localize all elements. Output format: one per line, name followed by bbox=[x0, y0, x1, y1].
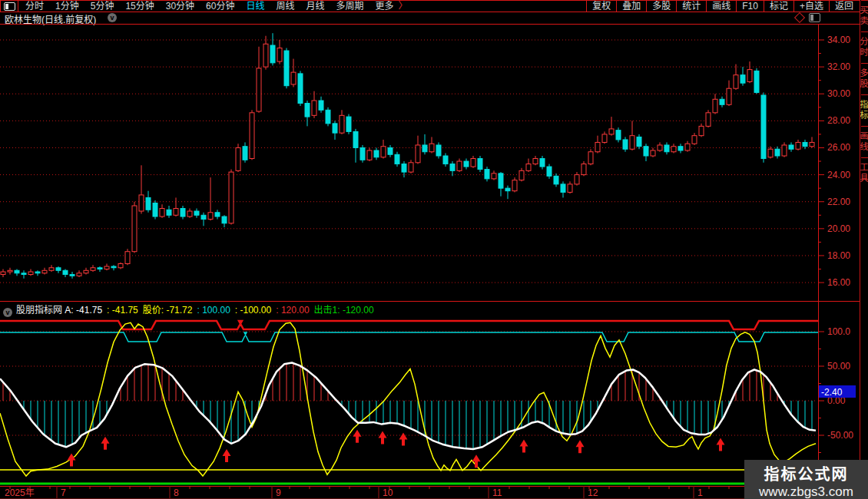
month-label[interactable]: 9 bbox=[276, 487, 281, 498]
indicator-readout: 股价: -71.72 bbox=[143, 305, 193, 316]
period-更多[interactable]: 更多 bbox=[376, 2, 394, 12]
month-label[interactable]: 8 bbox=[174, 487, 179, 498]
toolbar-button-+自选[interactable]: +自选 bbox=[793, 1, 829, 12]
sidebar-tab-多股[interactable]: 多股 bbox=[861, 63, 868, 94]
toolbar-button-多股[interactable]: 多股 bbox=[646, 1, 676, 12]
year-label[interactable]: 2025年 bbox=[5, 487, 35, 498]
indicator-readout: : 120.00 bbox=[276, 305, 309, 316]
indicator-header: v股朋指标网 A: -41.75: -41.75股价: -71.72: 100.… bbox=[0, 302, 814, 316]
period-60分钟[interactable]: 60分钟 bbox=[206, 2, 234, 12]
period-多周期[interactable]: 多周期 bbox=[336, 2, 364, 12]
buy-signal-arrow bbox=[101, 437, 110, 450]
buy-signal-arrow bbox=[223, 449, 231, 462]
buy-signal-arrow bbox=[717, 438, 725, 451]
price-label: 16.00 bbox=[827, 277, 850, 288]
indicator-axis-label: -50.00 bbox=[827, 430, 853, 441]
title-dropdown-icon[interactable]: v bbox=[108, 13, 117, 22]
pane-separator bbox=[0, 301, 860, 302]
price-label: 24.00 bbox=[827, 170, 850, 180]
toolbar-button-叠加[interactable]: 叠加 bbox=[616, 1, 646, 12]
toolbar-buttons: 复权叠加多股统计画线F10标记+自选返回 bbox=[586, 1, 859, 12]
period-menu: 分时1分钟5分钟15分钟30分钟60分钟日线周线月线多周期更多〉 bbox=[18, 2, 408, 12]
period-15分钟[interactable]: 15分钟 bbox=[125, 2, 154, 12]
period-月线[interactable]: 月线 bbox=[306, 2, 325, 12]
indicator-name: 股朋指标网 bbox=[16, 305, 62, 316]
window-layout-icon[interactable] bbox=[1, 1, 18, 12]
period-周线[interactable]: 周线 bbox=[276, 2, 294, 12]
indicator-readout: : -41.75 bbox=[107, 305, 138, 316]
period-日线[interactable]: 日线 bbox=[246, 2, 264, 12]
more-arrow-icon[interactable]: 〉 bbox=[399, 2, 408, 12]
period-5分钟[interactable]: 5分钟 bbox=[91, 2, 114, 12]
indicator-readout: 出击1: -120.00 bbox=[314, 305, 374, 316]
price-label: 18.00 bbox=[827, 250, 850, 261]
indicator-axis-label: 100.0 bbox=[827, 326, 850, 337]
sidebar-tab-工具[interactable]: 工具 bbox=[861, 157, 868, 189]
indicator-axis-label: 50.00 bbox=[827, 361, 850, 372]
sidebar-tab-画线[interactable]: 画线 bbox=[861, 126, 868, 157]
indicator-readout: : -100.00 bbox=[235, 305, 271, 316]
period-30分钟[interactable]: 30分钟 bbox=[166, 2, 194, 12]
diamond-icon[interactable] bbox=[794, 12, 805, 23]
indicator-readout: A: -41.75 bbox=[65, 305, 102, 316]
period-1分钟[interactable]: 1分钟 bbox=[55, 2, 79, 12]
sidebar-tab-分时[interactable]: 分时 bbox=[861, 31, 868, 63]
month-label[interactable]: 11 bbox=[492, 487, 502, 498]
buy-signal-arrow bbox=[379, 431, 387, 444]
month-label[interactable]: 1 bbox=[697, 487, 703, 498]
price-label: 26.00 bbox=[827, 142, 850, 153]
watermark: 指标公式网 www.zbgs3.com bbox=[744, 460, 868, 499]
toolbar-button-复权[interactable]: 复权 bbox=[586, 1, 616, 12]
price-label: 34.00 bbox=[827, 35, 850, 45]
split-view-icon[interactable] bbox=[809, 13, 820, 22]
buy-signal-arrow bbox=[576, 440, 585, 453]
price-label: 20.00 bbox=[827, 223, 850, 234]
app-window: { "toolbar": { "window_icon": "split-vie… bbox=[0, 0, 868, 499]
toolbar-button-统计[interactable]: 统计 bbox=[676, 1, 706, 12]
toolbar-button-标记[interactable]: 标记 bbox=[764, 1, 793, 12]
buy-signal-arrow bbox=[353, 430, 362, 443]
toolbar-button-返回[interactable]: 返回 bbox=[829, 1, 859, 12]
price-label: 32.00 bbox=[827, 61, 850, 72]
toolbar-button-F10[interactable]: F10 bbox=[736, 1, 764, 12]
indicator-pane[interactable] bbox=[0, 316, 818, 485]
buy-signal-arrow bbox=[472, 454, 481, 468]
indicator-readout: : 100.00 bbox=[197, 305, 230, 316]
sidebar-tab-买卖[interactable]: 买卖 bbox=[861, 0, 868, 31]
buy-signal-arrow bbox=[68, 453, 76, 466]
buy-signal-arrow bbox=[399, 432, 408, 445]
month-label[interactable]: 7 bbox=[61, 487, 66, 498]
toolbar-button-画线[interactable]: 画线 bbox=[706, 1, 736, 12]
sidebar-tab-指标[interactable]: 指标 bbox=[861, 94, 868, 126]
title-bar: 欧林生物(日线.前复权) v bbox=[0, 12, 868, 24]
period-toolbar: 分时1分钟5分钟15分钟30分钟60分钟日线周线月线多周期更多〉 复权叠加多股统… bbox=[0, 0, 868, 12]
buy-signal-arrow bbox=[520, 439, 528, 452]
right-sidebar[interactable]: 买卖分时多股指标画线工具 bbox=[860, 0, 868, 499]
current-value-badge: -2.40 bbox=[821, 387, 843, 398]
month-label[interactable]: 12 bbox=[588, 487, 598, 498]
period-分时[interactable]: 分时 bbox=[25, 2, 44, 12]
watermark-url: www.zbgs3.com bbox=[744, 484, 868, 499]
price-label: 28.00 bbox=[827, 115, 850, 126]
indicator-readouts: A: -41.75: -41.75股价: -71.72: 100.00: -10… bbox=[65, 305, 378, 316]
price-axis: 16.0018.0020.0022.0024.0026.0028.0030.00… bbox=[818, 24, 860, 485]
candlestick-chart[interactable] bbox=[0, 24, 818, 301]
date-axis[interactable]: 78910111212025年 bbox=[0, 486, 868, 499]
watermark-title: 指标公式网 bbox=[744, 462, 868, 484]
price-label: 30.00 bbox=[827, 88, 850, 99]
price-label: 22.00 bbox=[827, 197, 850, 207]
month-label[interactable]: 10 bbox=[383, 487, 393, 498]
